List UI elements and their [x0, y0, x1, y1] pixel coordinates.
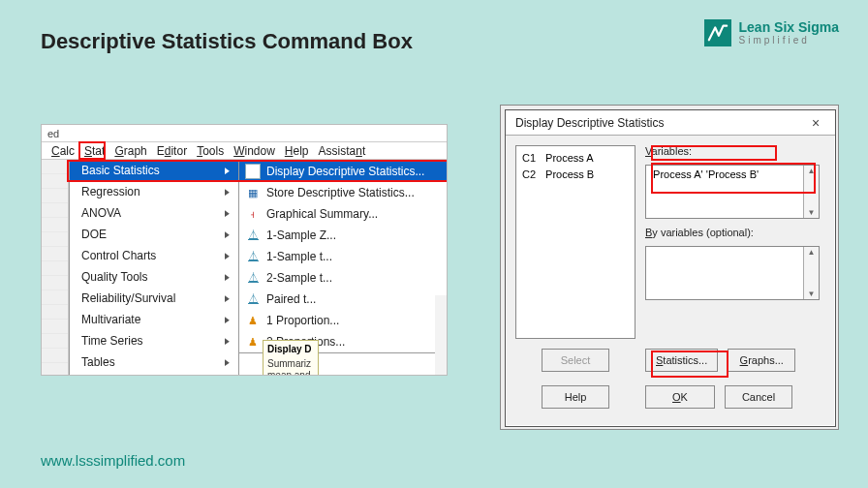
dialog-title: Display Descriptive Statistics	[515, 116, 664, 130]
submenu-paired-t[interactable]: ⏅Paired t...	[239, 289, 448, 310]
people-icon: ♟	[245, 334, 261, 350]
help-button[interactable]: Help	[542, 385, 609, 409]
stat-item-tables[interactable]: Tables▶	[70, 351, 238, 373]
byvars-input[interactable]	[646, 247, 803, 299]
submenu-1proportion[interactable]: ♟1 Proportion...	[239, 310, 448, 331]
scrollbar[interactable]: ▲▼	[803, 247, 819, 299]
menu-calc[interactable]: CCalcalc	[51, 144, 75, 158]
display-descriptive-dialog: Display Descriptive Statistics × C1Proce…	[505, 109, 836, 427]
website-link[interactable]: www.lsssimplified.com	[41, 452, 185, 469]
byvars-label: By variables (optional):	[645, 227, 825, 238]
submenu-display-descriptive[interactable]: ▦Display Descriptive Statistics...	[239, 161, 448, 182]
table-icon: ▦	[245, 164, 261, 179]
menu-stat[interactable]: Stat	[84, 144, 105, 158]
minitab-menu-screenshot: ed CCalcalc Stat Graph Editor Tools Wind…	[41, 124, 448, 376]
variables-input[interactable]	[646, 166, 803, 218]
brand-logo-icon	[704, 19, 731, 46]
brand-title: Lean Six Sigma	[739, 20, 839, 35]
stat-item-control-charts[interactable]: Control Charts▶	[70, 245, 238, 266]
dist-icon: ⏅	[245, 228, 261, 243]
submenu-graphical-summary[interactable]: ⫞Graphical Summary...	[239, 203, 448, 225]
variables-field[interactable]: ▲▼	[645, 165, 820, 219]
stat-item-doe[interactable]: DOE▶	[70, 224, 238, 245]
menu-tools[interactable]: Tools	[197, 144, 224, 158]
worksheet-gutter	[42, 160, 69, 375]
brand-subtitle: Simplified	[739, 35, 839, 46]
submenu-1sample-z[interactable]: ⏅1-Sample Z...	[239, 225, 448, 246]
dist2-icon: ⏅	[245, 270, 261, 286]
menu-window[interactable]: Window	[233, 144, 275, 158]
menu-help[interactable]: Help	[285, 144, 309, 158]
stat-item-time-series[interactable]: Time Series▶	[70, 330, 238, 351]
statistics-button[interactable]: Statistics...	[645, 349, 718, 372]
stat-item-anova[interactable]: ANOVA▶	[70, 202, 238, 224]
stat-item-regression[interactable]: Regression▶	[70, 181, 238, 202]
list-item[interactable]: C1Process A	[522, 150, 629, 167]
submenu-store-descriptive[interactable]: ▦Store Descriptive Statistics...	[239, 182, 448, 203]
select-button: Select	[542, 349, 609, 372]
scrollbar[interactable]: ▲▼	[803, 166, 819, 218]
brand-block: Lean Six Sigma Simplified	[704, 19, 839, 46]
stat-item-quality-tools[interactable]: Quality Tools▶	[70, 266, 238, 288]
dist-icon: ⏅	[245, 291, 261, 307]
variables-label: Variables:	[645, 145, 825, 157]
list-item[interactable]: C2Process B	[522, 167, 629, 183]
stat-item-multivariate[interactable]: Multivariate▶	[70, 309, 238, 330]
person-icon: ♟	[245, 313, 261, 328]
ok-button[interactable]: OK	[645, 385, 715, 409]
chevron-up-icon[interactable]: ▲	[808, 167, 816, 175]
chevron-down-icon[interactable]: ▼	[808, 208, 816, 217]
submenu-2sample-t[interactable]: ⏅2-Sample t...	[239, 267, 448, 289]
stat-item-basic-statistics[interactable]: Basic Statistics▶	[70, 160, 238, 181]
stat-dropdown[interactable]: Basic Statistics▶ Regression▶ ANOVA▶ DOE…	[69, 160, 239, 375]
chevron-up-icon[interactable]: ▲	[808, 248, 816, 257]
chart-icon: ⫞	[245, 206, 261, 222]
menu-graph[interactable]: Graph	[114, 144, 146, 158]
menu-editor[interactable]: Editor	[157, 144, 187, 158]
dialog-screenshot: Display Descriptive Statistics × C1Proce…	[500, 105, 839, 430]
menu-assistant[interactable]: Assistant	[319, 144, 366, 158]
cancel-button[interactable]: Cancel	[725, 385, 792, 409]
close-icon[interactable]: ×	[804, 115, 827, 131]
submenu-1sample-t[interactable]: ⏅1-Sample t...	[239, 246, 448, 267]
graphs-button[interactable]: Graphs...	[728, 349, 795, 372]
slide-title: Descriptive Statistics Command Box	[41, 29, 413, 54]
tooltip-display-descriptive: Display D Summariz mean and in the Ses	[263, 340, 319, 376]
store-icon: ▦	[245, 185, 261, 200]
right-edge-strip	[435, 295, 447, 376]
basic-statistics-submenu[interactable]: ▦Display Descriptive Statistics... ▦Stor…	[239, 160, 448, 353]
dist-icon: ⏅	[245, 249, 261, 264]
columns-list[interactable]: C1Process A C2Process B	[515, 145, 636, 339]
stat-item-reliability[interactable]: Reliability/Survival▶	[70, 288, 238, 309]
window-title-fragment: ed	[42, 125, 447, 142]
byvars-field[interactable]: ▲▼	[645, 246, 820, 300]
menu-bar[interactable]: CCalcalc Stat Graph Editor Tools Window …	[42, 142, 447, 160]
chevron-down-icon[interactable]: ▼	[808, 290, 816, 298]
